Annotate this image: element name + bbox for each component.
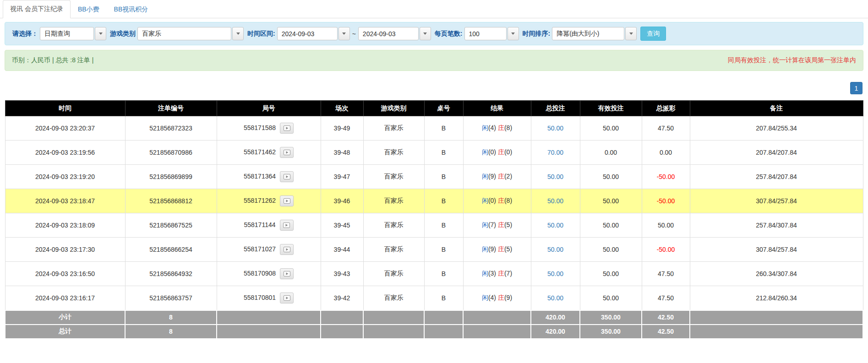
time-cell: 2024-09-03 23:18:09 bbox=[5, 213, 125, 238]
round-id: 558171027 bbox=[244, 245, 276, 253]
payout-cell: 47.50 bbox=[642, 116, 690, 141]
total-bet-link[interactable]: 50.00 bbox=[547, 173, 563, 180]
page-size-dropdown-button[interactable] bbox=[508, 27, 519, 40]
chevron-down-icon bbox=[99, 33, 103, 35]
game-type-combobox[interactable]: 百家乐 bbox=[137, 27, 244, 40]
round-result-button[interactable] bbox=[280, 147, 294, 158]
footer-empty-cell bbox=[321, 325, 363, 339]
page-button-1[interactable]: 1 bbox=[850, 82, 863, 94]
date-from-dropdown-button[interactable] bbox=[338, 27, 350, 40]
table-row: 2024-09-03 23:18:09 521856867525 5581711… bbox=[5, 213, 863, 238]
total-bet-cell: 50.00 bbox=[531, 262, 580, 286]
date-range-separator: ~ bbox=[352, 30, 356, 38]
valid-bet-cell: 50.00 bbox=[580, 262, 642, 286]
chevron-down-icon bbox=[629, 33, 633, 35]
footer-empty-cell bbox=[363, 310, 424, 325]
session-cell: 39-47 bbox=[321, 165, 363, 189]
player-result-label: 闲 bbox=[482, 173, 488, 180]
bet-id-cell: 521856872323 bbox=[125, 116, 217, 141]
date-to-picker[interactable]: 2024-09-03 bbox=[358, 27, 431, 40]
round-result-button[interactable] bbox=[280, 123, 294, 134]
game-type-cell: 百家乐 bbox=[363, 238, 424, 262]
page-size-combobox[interactable]: 100 bbox=[464, 27, 519, 40]
round-result-button[interactable] bbox=[280, 220, 294, 231]
round-cell: 558171262 bbox=[217, 189, 321, 213]
banker-result-label: 庄 bbox=[498, 245, 504, 253]
payout-value: -50.00 bbox=[657, 197, 675, 205]
tab-video-bet-records[interactable]: 视讯 会员下注纪录 bbox=[3, 0, 71, 18]
round-id: 558171262 bbox=[244, 197, 276, 204]
player-result-score: (9) bbox=[488, 245, 496, 253]
sort-order-value[interactable]: 降冪(由大到小) bbox=[552, 27, 624, 40]
table-number-cell: B bbox=[424, 141, 463, 165]
column-header: 有效投注 bbox=[580, 101, 642, 116]
tab-bb-tips[interactable]: BB小费 bbox=[71, 0, 107, 18]
total-bet-link[interactable]: 50.00 bbox=[547, 222, 563, 229]
game-type-value[interactable]: 百家乐 bbox=[137, 27, 231, 40]
total-bet-cell: 50.00 bbox=[531, 189, 580, 213]
payout-value: 47.50 bbox=[658, 125, 674, 132]
total-bet-cell: 50.00 bbox=[531, 116, 580, 141]
sort-order-combobox[interactable]: 降冪(由大到小) bbox=[552, 27, 637, 40]
video-result-icon bbox=[284, 247, 290, 252]
round-result-button[interactable] bbox=[280, 268, 294, 279]
banker-result-label: 庄 bbox=[498, 124, 504, 131]
total-bet-link[interactable]: 70.00 bbox=[547, 149, 563, 156]
round-cell: 558170801 bbox=[217, 286, 321, 310]
round-result-button[interactable] bbox=[280, 171, 294, 182]
player-result-label: 闲 bbox=[482, 197, 488, 204]
time-cell: 2024-09-03 23:16:50 bbox=[5, 262, 125, 286]
footer-empty-cell bbox=[321, 310, 363, 325]
query-type-value[interactable]: 日期查询 bbox=[40, 27, 94, 40]
round-result-button[interactable] bbox=[280, 195, 294, 206]
session-cell: 39-45 bbox=[321, 213, 363, 238]
round-cell: 558171027 bbox=[217, 238, 321, 262]
game-type-dropdown-button[interactable] bbox=[232, 27, 244, 40]
note-cell: 307.84/257.84 bbox=[690, 189, 863, 213]
banker-result-score: (9) bbox=[504, 294, 512, 301]
total-bet-link[interactable]: 50.00 bbox=[547, 294, 563, 302]
page-size-label: 每页笔数: bbox=[435, 30, 463, 38]
footer-empty-cell bbox=[690, 325, 863, 339]
column-header: 局号 bbox=[217, 101, 321, 116]
tab-bb-video-points[interactable]: BB视讯积分 bbox=[107, 0, 156, 18]
round-cell: 558171462 bbox=[217, 141, 321, 165]
player-result-score: (7) bbox=[488, 221, 496, 228]
column-header: 备注 bbox=[690, 101, 863, 116]
game-type-cell: 百家乐 bbox=[363, 189, 424, 213]
banker-result-label: 庄 bbox=[498, 173, 504, 180]
payout-cell: 47.50 bbox=[642, 262, 690, 286]
footer-count-cell: 8 bbox=[125, 325, 217, 339]
note-cell: 257.84/307.84 bbox=[690, 213, 863, 238]
date-from-picker[interactable]: 2024-09-03 bbox=[277, 27, 350, 40]
round-result-button[interactable] bbox=[280, 293, 294, 303]
date-from-value[interactable]: 2024-09-03 bbox=[277, 27, 338, 40]
session-cell: 39-43 bbox=[321, 262, 363, 286]
date-to-dropdown-button[interactable] bbox=[420, 27, 431, 40]
total-bet-cell: 50.00 bbox=[531, 238, 580, 262]
footer-total-bet-cell: 420.00 bbox=[531, 310, 580, 325]
tab-bar: 视讯 会员下注纪录 BB小费 BB视讯积分 bbox=[0, 0, 868, 18]
footer-valid-bet-cell: 350.00 bbox=[580, 325, 642, 339]
table-row: 2024-09-03 23:19:56 521856870986 5581714… bbox=[5, 141, 863, 165]
query-type-combobox[interactable]: 日期查询 bbox=[40, 27, 106, 40]
total-bet-link[interactable]: 50.00 bbox=[547, 125, 563, 132]
page-size-value[interactable]: 100 bbox=[464, 27, 507, 40]
sort-order-dropdown-button[interactable] bbox=[625, 27, 637, 40]
query-type-dropdown-button[interactable] bbox=[95, 27, 106, 40]
table-footer: 小计 8 420.00 350.00 42.50 总计 8 420.00 350… bbox=[5, 310, 863, 339]
game-type-cell: 百家乐 bbox=[363, 213, 424, 238]
total-bet-link[interactable]: 50.00 bbox=[547, 270, 563, 277]
game-type-cell: 百家乐 bbox=[363, 141, 424, 165]
note-cell: 307.84/257.84 bbox=[690, 238, 863, 262]
game-type-cell: 百家乐 bbox=[363, 165, 424, 189]
total-bet-link[interactable]: 50.00 bbox=[547, 246, 563, 253]
bet-id-cell: 521856869899 bbox=[125, 165, 217, 189]
player-result-score: (9) bbox=[488, 173, 496, 180]
date-to-value[interactable]: 2024-09-03 bbox=[358, 27, 419, 40]
chevron-down-icon bbox=[423, 33, 427, 35]
search-button[interactable]: 查询 bbox=[640, 27, 666, 41]
round-result-button[interactable] bbox=[280, 244, 294, 255]
table-row: 2024-09-03 23:20:37 521856872323 5581715… bbox=[5, 116, 863, 141]
total-bet-link[interactable]: 50.00 bbox=[547, 197, 563, 205]
